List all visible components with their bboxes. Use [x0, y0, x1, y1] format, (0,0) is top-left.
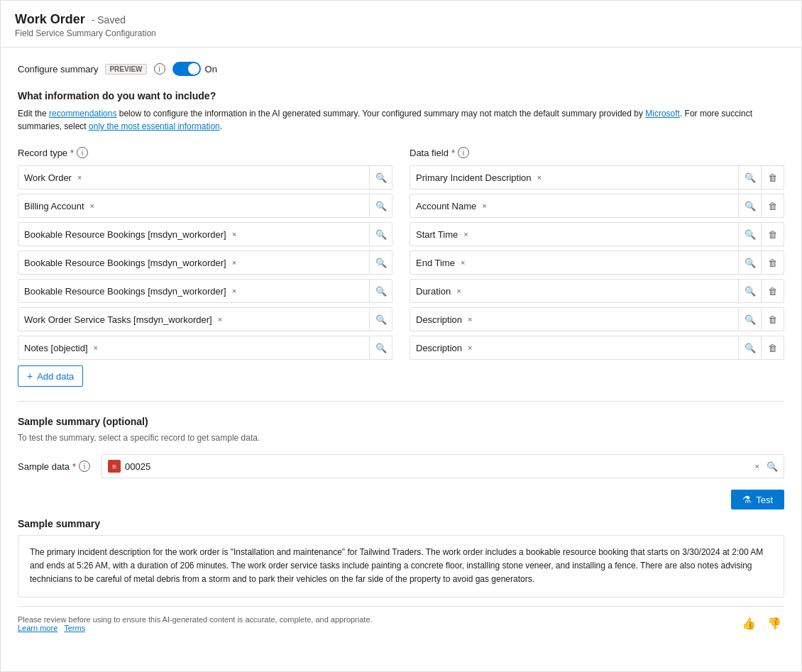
section-title: What information do you want to include? [18, 90, 784, 101]
summary-text: The primary incident description for the… [30, 547, 763, 584]
primary-incident-delete[interactable]: 🗑 [761, 166, 784, 189]
toggle-container[interactable]: On [172, 62, 217, 76]
start-time-remove[interactable]: × [461, 228, 471, 240]
start-time-tag: Start Time × [410, 228, 738, 240]
record-type-row: Bookable Resource Bookings [msdyn_workor… [18, 250, 392, 275]
description-1-delete[interactable]: 🗑 [761, 308, 784, 331]
description-2-remove[interactable]: × [465, 342, 475, 353]
work-order-tag: Work Order × [18, 172, 369, 183]
add-data-button[interactable]: + Add data [18, 365, 83, 387]
duration-delete[interactable]: 🗑 [761, 280, 784, 302]
primary-incident-search[interactable]: 🔍 [738, 166, 761, 189]
sample-summary-description: To test the summary, select a specific r… [18, 433, 784, 443]
work-order-remove[interactable]: × [75, 172, 84, 183]
data-field-header: Data field * i [410, 147, 784, 158]
bookable-resource-3-remove[interactable]: × [229, 285, 239, 297]
toggle-thumb [188, 63, 199, 75]
sample-data-info-icon[interactable]: i [79, 461, 90, 472]
essential-info-link[interactable]: only the most essential information [89, 121, 220, 131]
record-type-row: Bookable Resource Bookings [msdyn_workor… [18, 222, 392, 246]
page-footer: Please review before using to ensure thi… [18, 606, 784, 641]
microsoft-link[interactable]: Microsoft [645, 109, 680, 119]
record-type-info-icon[interactable]: i [77, 147, 88, 158]
bookable-resource-2-search[interactable]: 🔍 [369, 251, 392, 274]
primary-incident-remove[interactable]: × [534, 172, 544, 183]
summary-toggle[interactable] [172, 62, 201, 76]
sample-record-icon: ≡ [108, 460, 121, 473]
work-order-service-tasks-remove[interactable]: × [215, 314, 225, 325]
billing-account-search[interactable]: 🔍 [369, 194, 392, 217]
duration-search[interactable]: 🔍 [738, 280, 761, 302]
billing-account-tag: Billing Account × [18, 200, 369, 211]
sample-summary-title: Sample summary [18, 518, 784, 529]
sample-data-label: Sample data * i [18, 461, 90, 472]
footer-disclaimer: Please review before using to ensure thi… [18, 615, 373, 632]
test-button[interactable]: ⚗ Test [731, 490, 784, 509]
sample-data-remove[interactable]: × [752, 461, 762, 472]
end-time-delete[interactable]: 🗑 [761, 251, 784, 274]
page-header: Work Order - Saved Field Service Summary… [1, 1, 801, 48]
work-order-title: Work Order [15, 12, 85, 26]
account-name-search[interactable]: 🔍 [738, 194, 761, 217]
description-2-delete[interactable]: 🗑 [761, 336, 784, 359]
recommendations-link[interactable]: recommendations [49, 109, 116, 119]
thumbs-down-button[interactable]: 👎 [764, 614, 784, 634]
footer-feedback: 👍 👎 [739, 614, 784, 634]
page-subtitle: Field Service Summary Configuration [15, 28, 787, 38]
thumbs-up-button[interactable]: 👍 [739, 614, 759, 634]
page-title: Work Order - Saved [15, 12, 787, 27]
data-field-row: Start Time × 🔍 🗑 [410, 222, 784, 246]
bookable-resource-2-remove[interactable]: × [229, 257, 239, 268]
work-order-search[interactable]: 🔍 [369, 166, 392, 189]
notes-tag: Notes [objectid] × [18, 342, 369, 353]
notes-remove[interactable]: × [91, 342, 101, 353]
end-time-remove[interactable]: × [458, 257, 468, 268]
bookable-resource-1-search[interactable]: 🔍 [369, 223, 392, 246]
description-1-remove[interactable]: × [465, 314, 475, 325]
primary-incident-tag: Primary Incident Description × [410, 172, 738, 183]
record-type-row: Work Order × 🔍 [18, 165, 392, 189]
summary-text-box: The primary incident description for the… [18, 535, 784, 597]
sample-data-value: 00025 [125, 461, 748, 472]
start-time-delete[interactable]: 🗑 [761, 223, 784, 246]
start-time-search[interactable]: 🔍 [738, 223, 761, 246]
bookable-resource-tag-2: Bookable Resource Bookings [msdyn_workor… [18, 257, 369, 268]
record-type-row: Notes [objectid] × 🔍 [18, 336, 392, 360]
bookable-resource-3-search[interactable]: 🔍 [369, 280, 392, 302]
bookable-resource-1-remove[interactable]: × [229, 228, 239, 240]
learn-more-link[interactable]: Learn more [18, 624, 57, 632]
flask-icon: ⚗ [742, 494, 752, 505]
billing-account-remove[interactable]: × [87, 200, 97, 211]
data-field-row: End Time × 🔍 🗑 [410, 250, 784, 275]
sample-data-field[interactable]: ≡ 00025 × 🔍 [101, 454, 784, 478]
bookable-resource-tag-3: Bookable Resource Bookings [msdyn_workor… [18, 285, 369, 297]
preview-badge: PREVIEW [105, 64, 146, 75]
test-button-container: ⚗ Test [18, 490, 784, 509]
duration-remove[interactable]: × [454, 285, 463, 297]
data-field-info-icon[interactable]: i [458, 147, 469, 158]
terms-link[interactable]: Terms [64, 624, 85, 632]
account-name-remove[interactable]: × [479, 200, 489, 211]
end-time-search[interactable]: 🔍 [738, 251, 761, 274]
end-time-tag: End Time × [410, 257, 738, 268]
duration-tag: Duration × [410, 285, 738, 297]
saved-indicator: - Saved [92, 14, 126, 26]
data-field-row: Description × 🔍 🗑 [410, 307, 784, 331]
sample-summary-section-title: Sample summary (optional) [18, 416, 784, 427]
description-2-search[interactable]: 🔍 [738, 336, 761, 359]
account-name-delete[interactable]: 🗑 [761, 194, 784, 217]
sample-data-row: Sample data * i ≡ 00025 × 🔍 [18, 454, 784, 478]
data-field-column: Data field * i Primary Incident Descript… [410, 147, 784, 387]
configure-info-icon[interactable]: i [154, 63, 165, 75]
description-2-tag: Description × [410, 342, 738, 353]
description-1-search[interactable]: 🔍 [738, 308, 761, 331]
sample-data-search-icon[interactable]: 🔍 [767, 461, 778, 472]
record-type-row: Billing Account × 🔍 [18, 194, 392, 218]
plus-icon: + [27, 370, 33, 382]
data-field-row: Duration × 🔍 🗑 [410, 279, 784, 303]
notes-search[interactable]: 🔍 [369, 336, 392, 359]
record-type-header: Record type * i [18, 147, 392, 158]
work-order-service-tasks-search[interactable]: 🔍 [369, 308, 392, 331]
bookable-resource-tag-1: Bookable Resource Bookings [msdyn_workor… [18, 228, 369, 240]
description-1-tag: Description × [410, 314, 738, 325]
